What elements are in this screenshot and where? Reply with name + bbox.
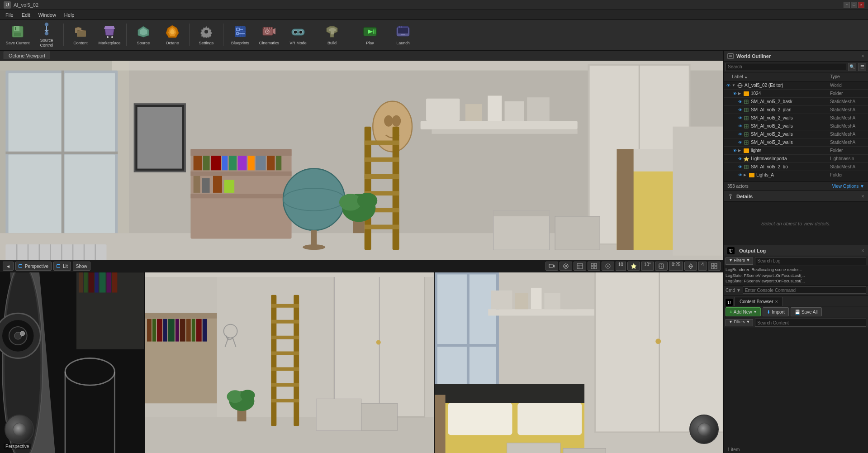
camera-speed-val[interactable]: 4 <box>698 262 707 271</box>
octane-viewport-tab[interactable]: Octane Viewport <box>4 52 50 59</box>
outliner-item-lights-a[interactable]: 👁 ▶ Lights_A Folder <box>724 171 868 179</box>
filters-dropdown-btn[interactable]: ▼ Filters ▼ <box>726 257 753 265</box>
outliner-item-sm6[interactable]: 👁 SM_AI_vol5_2_walls StaticMeshA <box>724 138 868 147</box>
sm-type-4: StaticMeshA <box>830 124 866 129</box>
outliner-search-btn[interactable]: 🔍 <box>848 63 856 71</box>
cb-filters-btn[interactable]: ▼ Filters ▼ <box>726 319 753 326</box>
vis-icon-sm2[interactable]: 👁 <box>737 107 743 113</box>
source-control-btn[interactable]: Source Control <box>33 21 61 48</box>
play-btn[interactable]: Play <box>352 21 388 48</box>
details-close[interactable]: × <box>861 193 864 200</box>
outliner-item-sm5[interactable]: 👁 SM_AI_vol5_2_walls StaticMeshA <box>724 130 868 138</box>
minimize-btn[interactable]: − <box>844 2 850 8</box>
cmd-label[interactable]: Cmd ▼ <box>726 288 741 293</box>
world-outliner-close[interactable]: × <box>861 53 864 59</box>
label-col-header[interactable]: Label ▲ <box>732 74 830 79</box>
octane-btn[interactable]: Octane <box>158 21 186 48</box>
outliner-item-sm3[interactable]: 👁 SM_AI_vol5_2_walls StaticMeshA <box>724 114 868 122</box>
cmd-input[interactable] <box>743 286 866 294</box>
blueprints-btn[interactable]: Blueprints <box>226 21 254 48</box>
menu-file[interactable]: File <box>2 11 17 19</box>
vis-icon-sm6[interactable]: 👁 <box>737 140 743 145</box>
svg-rect-195 <box>196 319 202 342</box>
close-btn[interactable]: × <box>858 2 864 8</box>
vp-menu-btn[interactable]: ◄ <box>3 262 14 271</box>
outliner-item-sm1[interactable]: 👁 SM_AI_vol5_2_bask StaticMeshA <box>724 98 868 106</box>
center-scene-viewport[interactable] <box>145 272 435 453</box>
scene-settings-btn[interactable] <box>560 262 572 271</box>
settings-btn[interactable]: Settings <box>192 21 220 48</box>
vis-icon-sm5[interactable]: 👁 <box>737 132 743 137</box>
right-scene-viewport[interactable] <box>435 272 724 453</box>
content-btn[interactable]: Content <box>66 21 95 48</box>
grid-snap-btn[interactable] <box>588 262 600 271</box>
vis-icon-sm4[interactable]: 👁 <box>737 124 743 129</box>
output-log-title: Output Log <box>739 248 766 253</box>
camera-orb-left <box>5 415 34 444</box>
content-search-input[interactable] <box>755 319 866 327</box>
viewport-settings-btn[interactable] <box>574 262 586 271</box>
svg-rect-145 <box>591 263 593 266</box>
save-current-btn[interactable]: Save Current <box>4 21 32 48</box>
perspective-btn[interactable]: Perspective <box>15 262 52 271</box>
cinematics-btn[interactable]: Cinematics <box>255 21 283 48</box>
vis-icon-1024[interactable]: 👁 <box>732 91 737 96</box>
camera-btn[interactable] <box>545 262 558 271</box>
outliner-search-input[interactable] <box>726 63 846 71</box>
content-browser-tab[interactable]: Content Browser × <box>735 297 783 306</box>
vis-icon-sm1[interactable]: 👁 <box>737 99 743 105</box>
outliner-item-lightmass[interactable]: 👁 LightmassImporta Lightmassin <box>724 155 868 163</box>
grid-size-btn[interactable]: 10 <box>616 262 626 271</box>
content-browser-tab-close[interactable]: × <box>775 299 778 304</box>
camera-speed-btn[interactable] <box>684 262 697 271</box>
outliner-item-sm2[interactable]: 👁 SM_AI_vol5_2_plan StaticMeshA <box>724 106 868 114</box>
rotation-size-btn[interactable]: 10° <box>641 262 654 271</box>
menu-help[interactable]: Help <box>61 11 78 19</box>
marketplace-btn[interactable]: Marketplace <box>95 21 123 48</box>
build-btn[interactable]: Build <box>318 21 346 48</box>
snap-btn[interactable] <box>655 262 668 271</box>
restore-btn[interactable] <box>708 262 721 271</box>
import-btn[interactable]: ⬇ Import <box>763 307 788 316</box>
top-viewport[interactable] <box>0 61 723 260</box>
lighting-btn[interactable] <box>627 262 640 271</box>
outliner-item-sm4[interactable]: 👁 SM_AI_vol5_2_walls StaticMeshA <box>724 122 868 130</box>
view-options-btn[interactable]: View Options ▼ <box>832 184 864 189</box>
maximize-btn[interactable]: □ <box>851 2 857 8</box>
svg-marker-30 <box>273 28 275 34</box>
outliner-item-1024[interactable]: 👁 ▶ 1024 Folder <box>724 90 868 98</box>
outliner-item-world[interactable]: 👁 ▼ AI_vol5_02 (Editor) World <box>724 81 868 90</box>
lightmass-icon <box>744 156 749 162</box>
source-btn[interactable]: Source <box>129 21 157 48</box>
svg-point-95 <box>303 244 325 250</box>
output-log-close[interactable]: × <box>861 248 864 254</box>
save-all-btn[interactable]: 💾 Save All <box>791 307 822 316</box>
menu-edit[interactable]: Edit <box>18 11 34 19</box>
outliner-options-btn[interactable]: ☰ <box>858 63 866 71</box>
window-controls[interactable]: − □ × <box>844 2 864 8</box>
lit-btn[interactable]: Lit <box>53 262 71 271</box>
vrmode-btn[interactable]: VR Mode <box>284 21 312 48</box>
outliner-item-lights[interactable]: 👁 ▶ lights Folder <box>724 147 868 155</box>
show-btn[interactable]: Show <box>73 262 90 271</box>
content-browser-toolbar: + Add New ▼ ⬇ Import 💾 Save All <box>724 306 868 318</box>
vis-icon-lightmass[interactable]: 👁 <box>737 156 743 162</box>
menu-window[interactable]: Window <box>35 11 60 19</box>
launch-btn[interactable]: Launch <box>389 21 417 48</box>
folder-name-lights: lights <box>751 148 829 153</box>
add-new-btn[interactable]: + Add New ▼ <box>726 307 761 316</box>
type-col-header[interactable]: Type <box>830 74 866 79</box>
log-search-input[interactable] <box>755 257 866 265</box>
vis-icon-lights[interactable]: 👁 <box>732 148 737 153</box>
blueprints-icon <box>233 24 247 39</box>
vis-icon-sm3[interactable]: 👁 <box>737 115 743 121</box>
vis-icon-sm-bo[interactable]: 👁 <box>737 164 743 170</box>
svg-point-182 <box>20 331 25 336</box>
outliner-item-sm-bo[interactable]: 👁 SM_AI_vol5_2_bo StaticMeshA <box>724 163 868 171</box>
vis-icon-lights-a[interactable]: 👁 <box>737 172 743 178</box>
vis-icon-world[interactable]: 👁 <box>726 83 731 88</box>
time-btn[interactable]: 0:25 <box>669 262 683 271</box>
folder-name-1024: 1024 <box>751 91 829 96</box>
left-scene-viewport[interactable]: Perspective <box>0 272 145 453</box>
surface-snap-btn[interactable] <box>602 262 614 271</box>
